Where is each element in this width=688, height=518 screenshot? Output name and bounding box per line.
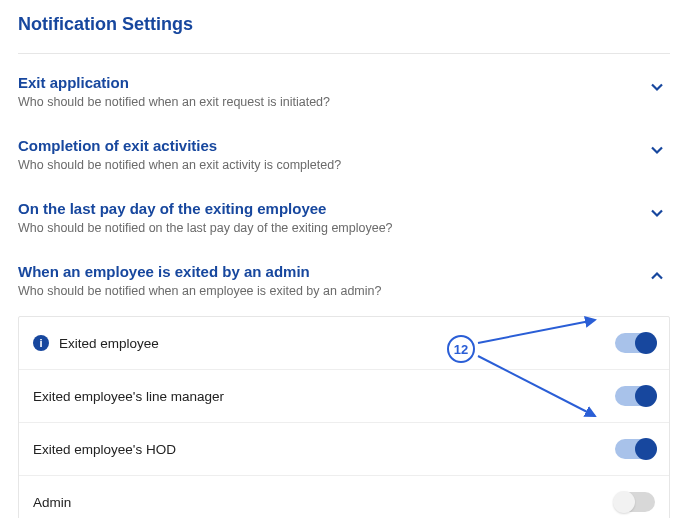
option-label: Exited employee [59, 336, 159, 351]
toggle-exited-employee[interactable] [615, 333, 655, 353]
toggle-line-manager[interactable] [615, 386, 655, 406]
section-desc: Who should be notified when an exit requ… [18, 95, 670, 109]
option-label: Admin [33, 495, 71, 510]
section-last-pay-day[interactable]: On the last pay day of the exiting emplo… [18, 186, 670, 249]
chevron-down-icon [650, 143, 664, 157]
section-desc: Who should be notified when an exit acti… [18, 158, 670, 172]
option-label: Exited employee's HOD [33, 442, 176, 457]
section-desc: Who should be notified when an employee … [18, 284, 670, 298]
toggle-hod[interactable] [615, 439, 655, 459]
option-exited-employee: i Exited employee [19, 317, 669, 370]
option-admin: Admin [19, 476, 669, 518]
section-completion-activities[interactable]: Completion of exit activities Who should… [18, 123, 670, 186]
info-icon[interactable]: i [33, 335, 49, 351]
toggle-admin[interactable] [615, 492, 655, 512]
chevron-up-icon [650, 269, 664, 283]
options-panel: i Exited employee Exited employee's line… [18, 316, 670, 518]
option-label: Exited employee's line manager [33, 389, 224, 404]
section-desc: Who should be notified on the last pay d… [18, 221, 670, 235]
section-title: On the last pay day of the exiting emplo… [18, 200, 670, 217]
section-title: Exit application [18, 74, 670, 91]
page-title: Notification Settings [18, 14, 670, 35]
chevron-down-icon [650, 206, 664, 220]
option-hod: Exited employee's HOD [19, 423, 669, 476]
option-line-manager: Exited employee's line manager [19, 370, 669, 423]
section-exit-application[interactable]: Exit application Who should be notified … [18, 60, 670, 123]
chevron-down-icon [650, 80, 664, 94]
section-exited-by-admin[interactable]: When an employee is exited by an admin W… [18, 249, 670, 312]
section-title: Completion of exit activities [18, 137, 670, 154]
divider [18, 53, 670, 54]
section-title: When an employee is exited by an admin [18, 263, 670, 280]
